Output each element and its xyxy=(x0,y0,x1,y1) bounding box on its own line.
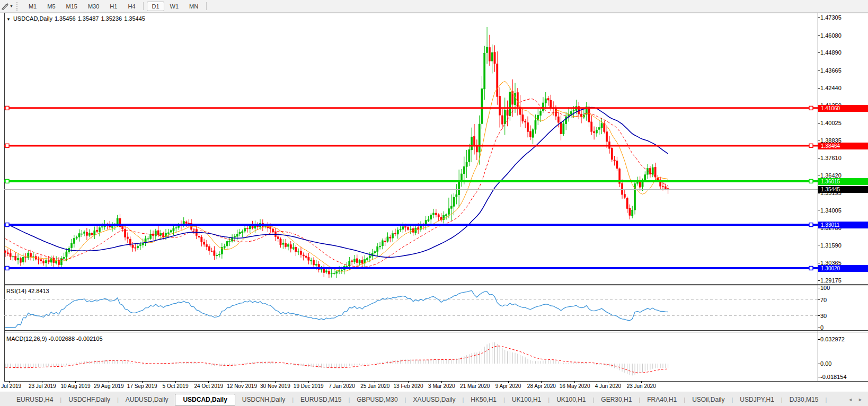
date-axis-tick: 19 Dec 2019 xyxy=(294,383,324,390)
timeframe-button-h4[interactable]: H4 xyxy=(123,2,140,11)
ma-45-line xyxy=(5,108,668,258)
toolbar-divider xyxy=(143,2,144,10)
macd-axis-tick: 0.00 xyxy=(820,360,831,367)
tab-scroll-nav: ◄ ► xyxy=(848,397,863,402)
candlestick-series xyxy=(4,27,669,278)
macd-axis-tick: -0.018154 xyxy=(820,374,847,380)
hline-handle[interactable] xyxy=(5,144,9,147)
date-axis-tick: 21 Mar 2020 xyxy=(460,383,490,390)
chart-tabs: EURUSD,H4|USDCHF,Daily|AUDUSD,DailyUSDCA… xyxy=(10,394,848,405)
chart-tab-uk100-h1[interactable]: UK100,H1 xyxy=(505,394,548,405)
price-axis-tick: 1.47305 xyxy=(820,14,842,21)
chart-canvas[interactable] xyxy=(0,0,868,406)
timeframe-button-m30[interactable]: M30 xyxy=(83,2,104,11)
timeframe-button-m5[interactable]: M5 xyxy=(42,2,60,11)
timeframe-button-d1[interactable]: D1 xyxy=(147,2,164,11)
macd-signal-line xyxy=(5,346,668,373)
rsi-axis-tick: 100 xyxy=(820,285,830,291)
low-value: 1.35236 xyxy=(101,15,122,22)
timeframe-button-h1[interactable]: H1 xyxy=(105,2,122,11)
date-axis-tick: 29 Aug 2019 xyxy=(94,383,123,390)
date-axis-tick: 12 Nov 2019 xyxy=(227,383,257,390)
tab-scroll-left-icon[interactable]: ◄ xyxy=(848,397,853,402)
open-value: 1.35456 xyxy=(55,15,76,22)
date-axis-tick: 4 Jul 2019 xyxy=(0,383,21,390)
date-axis-tick: 10 Aug 2019 xyxy=(61,383,91,390)
chart-tab-uk100-h1[interactable]: UK100,H1 xyxy=(550,394,592,405)
hline-handle[interactable] xyxy=(809,144,813,147)
date-axis-tick: 4 Jun 2020 xyxy=(595,383,622,390)
one-click-arrow-icon[interactable]: ▼ xyxy=(6,17,11,22)
chart-tab-hk50-h1[interactable]: HK50,H1 xyxy=(464,394,503,405)
date-axis-tick: 30 Nov 2019 xyxy=(260,383,290,390)
date-axis-tick: 28 Apr 2020 xyxy=(527,383,556,390)
timeframe-button-w1[interactable]: W1 xyxy=(165,2,184,11)
high-value: 1.35487 xyxy=(78,15,99,22)
close-value: 1.35445 xyxy=(124,15,145,22)
chart-tab-dj30-m15[interactable]: DJ30,M15 xyxy=(783,394,826,405)
chart-tab-xauusd-daily[interactable]: XAUUSD,Daily xyxy=(406,394,462,405)
mt4-window: ▼ M1M5M15M30H1H4D1W1MN ▼USDCAD,Daily1.35… xyxy=(0,0,868,406)
timeframe-button-m1[interactable]: M1 xyxy=(24,2,41,11)
date-axis-tick: 17 Sep 2019 xyxy=(127,383,157,390)
chart-tab-fra40-h1[interactable]: FRA40,H1 xyxy=(640,394,684,405)
price-line-label: 1.30020 xyxy=(818,265,868,272)
date-axis-tick: 24 Oct 2019 xyxy=(194,383,223,390)
toolbar-divider xyxy=(206,2,207,10)
tab-separator: | xyxy=(825,396,827,403)
date-axis-tick: 23 Jun 2020 xyxy=(627,383,656,390)
price-axis-tick: 1.44890 xyxy=(820,49,842,56)
timeframe-toolbar: ▼ M1M5M15M30H1H4D1W1MN xyxy=(0,0,868,13)
price-line-label: 1.36015 xyxy=(818,178,868,185)
price-axis-tick: 1.34005 xyxy=(820,207,842,214)
hline-handle[interactable] xyxy=(5,266,9,270)
date-axis-tick: 7 Jan 2020 xyxy=(329,383,355,390)
price-axis-tick: 1.46080 xyxy=(820,32,842,39)
cursor-icon xyxy=(1,3,8,10)
date-axis-tick: 13 Feb 2020 xyxy=(394,383,423,390)
rsi-axis-tick: 70 xyxy=(820,297,827,303)
rsi-axis-tick: 0 xyxy=(820,324,823,331)
price-line-label: 1.33011 xyxy=(818,222,868,228)
price-axis-tick: 1.42440 xyxy=(820,85,842,91)
hline-handle[interactable] xyxy=(5,179,9,183)
chart-tab-audusd-daily[interactable]: AUDUSD,Daily xyxy=(119,394,175,405)
chart-tab-eurusd-m15[interactable]: EURUSD,M15 xyxy=(294,394,348,405)
tab-scroll-right-icon[interactable]: ► xyxy=(858,397,863,402)
chart-tab-usdcad-daily[interactable]: USDCAD,Daily xyxy=(175,394,235,405)
date-axis-tick: 16 May 2020 xyxy=(560,383,590,390)
chart-tab-usdcnh-daily[interactable]: USDCNH,Daily xyxy=(235,394,292,405)
hline-handle[interactable] xyxy=(5,106,9,110)
date-axis-tick: 3 Mar 2020 xyxy=(428,383,455,390)
timeframe-button-mn[interactable]: MN xyxy=(184,2,203,11)
hline-handle[interactable] xyxy=(809,223,813,227)
hline-handle[interactable] xyxy=(809,266,813,270)
price-axis-tick: 1.29175 xyxy=(820,277,842,284)
chart-tab-eurusd-h4[interactable]: EURUSD,H4 xyxy=(10,394,60,405)
hline-handle[interactable] xyxy=(5,223,9,227)
chart-tab-usdjpy-h1[interactable]: USDJPY,H1 xyxy=(733,394,781,405)
chart-tab-usdchf-daily[interactable]: USDCHF,Daily xyxy=(61,394,117,405)
timeframe-button-m15[interactable]: M15 xyxy=(61,2,82,11)
chart-tab-gbpusd-m30[interactable]: GBPUSD,M30 xyxy=(350,394,404,405)
hline-handle[interactable] xyxy=(809,106,813,110)
bid-price-label: 1.35445 xyxy=(818,186,868,193)
ma-21-line xyxy=(5,99,668,267)
price-axis-tick: 1.31590 xyxy=(820,242,842,249)
macd-indicator-label: MACD(12,26,9) -0.002688 -0.002105 xyxy=(6,336,103,342)
price-axis-tick: 1.43665 xyxy=(820,67,842,74)
chart-tab-usoil-daily[interactable]: USOil,Daily xyxy=(685,394,731,405)
rsi-line xyxy=(5,290,668,328)
timeframe-buttons: M1M5M15M30H1H4D1W1MN xyxy=(23,2,209,11)
chart-tools-icon[interactable]: ▼ xyxy=(0,1,15,12)
toolbar-grip[interactable] xyxy=(16,2,20,11)
price-line-label: 1.41060 xyxy=(818,105,868,112)
date-axis-tick: 9 Apr 2020 xyxy=(495,383,521,390)
symbol-ohlc-overlay: ▼USDCAD,Daily1.354561.354871.352361.3544… xyxy=(6,15,147,22)
price-axis-tick: 1.37610 xyxy=(820,155,842,161)
chevron-down-icon: ▼ xyxy=(10,4,13,8)
date-axis-tick: 23 Jul 2019 xyxy=(29,383,56,390)
hline-handle[interactable] xyxy=(809,179,813,183)
chart-tab-ger30-h1[interactable]: GER30,H1 xyxy=(594,394,639,405)
date-axis-tick: 25 Jan 2020 xyxy=(360,383,389,390)
